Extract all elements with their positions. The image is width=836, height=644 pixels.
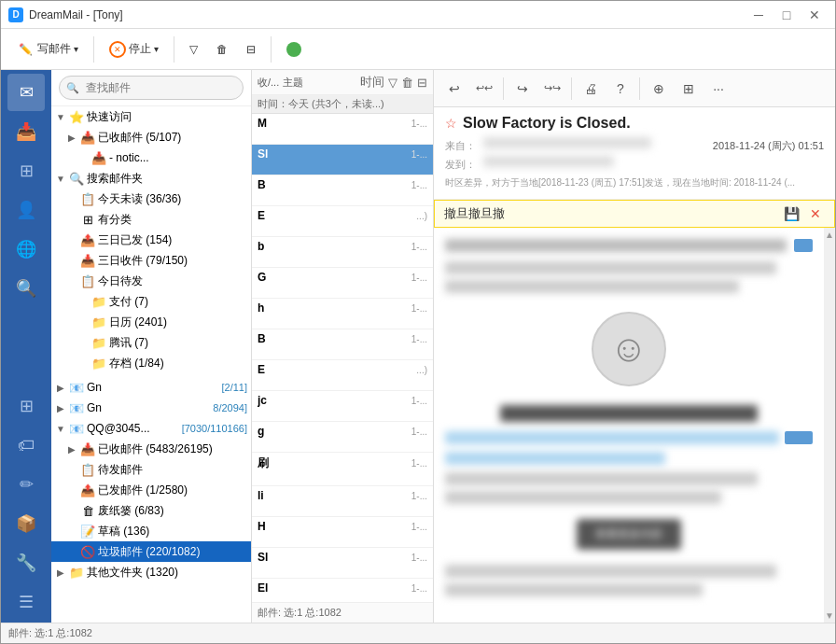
tds-icon: 📤 — [80, 232, 95, 247]
qq-spam-item[interactable]: 🚫 垃圾邮件 (220/1082) — [51, 541, 251, 562]
qq-inbox-item[interactable]: ▶ 📥 已收邮件 (5483/26195) — [51, 439, 251, 459]
reply-all-button[interactable]: ↩↩ — [471, 76, 497, 102]
sidebar-item-settings[interactable]: 🔧 — [7, 544, 45, 581]
qq-draft-toggle — [66, 525, 77, 537]
qq-sent-item[interactable]: 📤 已发邮件 (1/2580) — [51, 480, 251, 500]
three-day-inbox-item[interactable]: 📥 三日收件 (79/150) — [51, 250, 251, 271]
sidebar-item-globe[interactable]: 🌐 — [7, 231, 45, 268]
col-subject-label: 主题 — [283, 76, 303, 90]
stop-button[interactable]: 停止 ▾ — [102, 35, 166, 64]
zhifu-item[interactable]: 📁 支付 (7) — [51, 291, 251, 312]
cta-button[interactable]: 查看更多内容 — [577, 519, 681, 550]
view-button[interactable]: ⊞ — [676, 76, 702, 102]
email-sender: B — [258, 178, 266, 191]
email-list-footer: 邮件: 选:1 总:1082 — [252, 602, 433, 623]
reply-button[interactable]: ↩ — [441, 76, 467, 102]
scroll-up-arrow[interactable]: ▲ — [825, 230, 834, 240]
rili-toggle — [77, 316, 89, 328]
gm1-account[interactable]: ▶ 📧 Gn [2/11] — [51, 377, 251, 398]
today-toggle — [66, 193, 77, 204]
email-list-item[interactable]: Sl 1-... — [252, 145, 433, 175]
inbox-sub-item[interactable]: 📥 - notic... — [51, 147, 251, 168]
qq-account[interactable]: ▼ 📧 QQ@3045... [7030/110166] — [51, 418, 251, 439]
write-email-button[interactable]: ✏️ 写邮件 ▾ — [8, 35, 86, 64]
email-list-item[interactable]: jc 1-... — [252, 391, 433, 422]
email-list-item[interactable]: M 1-... — [252, 114, 433, 145]
filter-col-icon[interactable]: ▽ — [388, 76, 397, 90]
search-input[interactable] — [59, 76, 244, 100]
close-button[interactable]: ✕ — [801, 6, 828, 24]
highlight-2 — [785, 431, 813, 444]
other-folders-item[interactable]: ▶ 📁 其他文件夹 (1320) — [51, 562, 251, 582]
email-list-item[interactable]: 刷 1-... — [252, 453, 433, 486]
email-list-item[interactable]: g 1-... — [252, 422, 433, 453]
sidebar-item-edit[interactable]: ✏ — [7, 466, 45, 503]
qq-pending-toggle — [66, 464, 77, 475]
sidebar-item-inbox[interactable]: 📥 — [7, 113, 45, 150]
zhifu-toggle — [77, 296, 89, 307]
email-list-item[interactable]: E ...) — [252, 206, 433, 237]
translation-save-button[interactable]: 💾 — [782, 204, 801, 223]
more-button[interactable]: ··· — [705, 76, 732, 102]
qq-trash-toggle — [66, 505, 77, 516]
email-meta: 来自： 2018-11-24 (周六) 01:51 发到： 时区差异，对方于当地… — [445, 137, 824, 191]
forward-all-button[interactable]: ↪↪ — [539, 76, 565, 102]
sidebar-item-archive[interactable]: 📦 — [7, 505, 45, 542]
rili-item[interactable]: 📁 日历 (2401) — [51, 312, 251, 332]
sidebar-item-search[interactable]: 🔍 — [7, 270, 45, 307]
email-list-item[interactable]: B 1-... — [252, 175, 433, 206]
email-list-item[interactable]: H 1-... — [252, 517, 433, 548]
qq-trash-item[interactable]: 🗑 废纸篓 (6/83) — [51, 500, 251, 521]
print-button[interactable]: 🖨 — [578, 76, 604, 102]
email-list-item[interactable]: G 1-... — [252, 268, 433, 299]
email-list-item[interactable]: h 1-... — [252, 299, 433, 329]
email-list-item[interactable]: B 1-... — [252, 329, 433, 360]
sidebar-item-menu[interactable]: ☰ — [7, 583, 45, 621]
today-pending-item[interactable]: 📋 今日待发 — [51, 271, 251, 291]
rili-icon: 📁 — [91, 315, 106, 329]
delete-col-icon[interactable]: 🗑 — [401, 76, 413, 90]
inbox-item[interactable]: ▶ 📥 已收邮件 (5/107) — [51, 127, 251, 147]
quick-access-header[interactable]: ▼ ⭐ 快速访问 — [51, 106, 251, 127]
sidebar-item-mail[interactable]: ✉ — [7, 74, 45, 111]
gm1-toggle: ▶ — [55, 382, 66, 393]
separator-3 — [271, 36, 272, 63]
email-list-item[interactable]: El 1-... — [252, 579, 433, 602]
stop-dropdown-icon[interactable]: ▾ — [154, 44, 159, 54]
email-list-item[interactable]: Sl 1-... — [252, 548, 433, 579]
write-dropdown-icon[interactable]: ▾ — [74, 44, 78, 54]
help-button[interactable]: ? — [607, 76, 634, 102]
email-list-item[interactable]: li 1-... — [252, 486, 433, 517]
email-list-item[interactable]: E ...) — [252, 360, 433, 391]
email-list-item[interactable]: b 1-... — [252, 237, 433, 268]
qq-pending-item[interactable]: 📋 待发邮件 — [51, 459, 251, 480]
sidebar-item-tag[interactable]: 🏷 — [7, 427, 45, 464]
cta-area: 查看更多内容 — [445, 519, 813, 550]
maximize-button[interactable]: □ — [773, 6, 800, 24]
qq-draft-item[interactable]: 📝 草稿 (136) — [51, 521, 251, 541]
translation-close-button[interactable]: ✕ — [806, 204, 825, 223]
status-button[interactable] — [279, 35, 309, 64]
scroll-down-arrow[interactable]: ▼ — [825, 610, 834, 621]
tengxun-item[interactable]: 📁 腾讯 (7) — [51, 332, 251, 353]
folder-panel: ▼ ⭐ 快速访问 ▶ 📥 已收邮件 (5/107) 📥 - notic... ▼ — [51, 70, 252, 623]
minimize-button[interactable]: ─ — [745, 6, 772, 24]
gm2-account[interactable]: ▶ 📧 Gn 8/2094] — [51, 398, 251, 418]
filter-button[interactable]: ▽ — [182, 35, 205, 64]
classified-item[interactable]: ⊞ 有分类 — [51, 209, 251, 230]
reader-scrollbar[interactable]: ▲ ▼ — [824, 228, 835, 623]
search-folders-header[interactable]: ▼ 🔍 搜索邮件夹 — [51, 168, 251, 189]
zoom-button[interactable]: ⊕ — [646, 76, 672, 102]
today-unread-item[interactable]: 📋 今天未读 (36/36) — [51, 189, 251, 209]
cunkong-item[interactable]: 📁 存档 (1/84) — [51, 353, 251, 373]
sidebar-item-contacts[interactable]: 👤 — [7, 191, 45, 229]
tdi-icon: 📥 — [80, 253, 95, 268]
sidebar-item-table[interactable]: ⊞ — [7, 387, 45, 425]
merge-button[interactable]: ⊟ — [239, 35, 263, 64]
gm2-toggle: ▶ — [55, 402, 66, 413]
three-day-sent-item[interactable]: 📤 三日已发 (154) — [51, 230, 251, 250]
merge-col-icon[interactable]: ⊟ — [417, 76, 427, 90]
sidebar-item-grid[interactable]: ⊞ — [7, 152, 45, 189]
delete-button[interactable]: 🗑 — [209, 35, 235, 64]
forward-button[interactable]: ↪ — [509, 76, 536, 102]
